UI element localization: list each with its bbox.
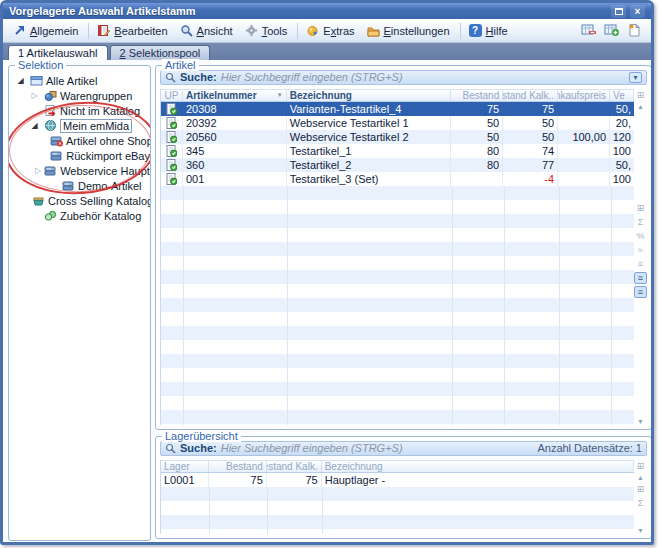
sum-icon[interactable]: Σ (634, 497, 647, 509)
table-row[interactable]: 001 Testartikel_3 (Set) -4 100 (161, 172, 634, 186)
filter-icon[interactable]: ≈ (634, 244, 647, 256)
lageruebersicht-panel-title: Lagerübersicht (162, 430, 241, 442)
cell-ve: 100 (610, 172, 634, 186)
column-header-bestand-kalk[interactable]: Bestand Kalk. (267, 461, 322, 472)
grid-columns-icon[interactable]: ⊞ (634, 483, 647, 495)
column-chooser-icon[interactable]: ⊞ (634, 460, 647, 472)
title-bar[interactable]: Vorgelagerte Auswahl Artikelstamm × (3, 3, 651, 19)
tree-item-rueckimport-ebay[interactable]: Rückimport eBay (9, 148, 150, 163)
search-placeholder[interactable]: Hier Suchbegriff eingeben (STRG+S) (221, 71, 403, 84)
scroll-down-icon[interactable]: ▼ (637, 527, 644, 534)
cell-bestand-kalk: 77 (503, 158, 558, 172)
search-placeholder[interactable]: Hier Suchbegriff eingeben (STRG+S) (221, 442, 403, 455)
menu-extras[interactable]: Extras (301, 22, 361, 39)
tree-item-alle-artikel[interactable]: ◢ Alle Artikel (9, 73, 150, 88)
cell-bezeichnung: Testartikel_2 (287, 158, 452, 172)
artikel-table-header: UP Artikelnummer▼ Bezeichnung Bestand Be… (161, 89, 634, 102)
column-header-artikelnummer[interactable]: Artikelnummer▼ (183, 90, 287, 101)
edit-notebook-icon (97, 24, 110, 37)
cell-bestand-kalk: -4 (503, 172, 558, 186)
globe-icon (43, 119, 57, 132)
menu-einstellungen[interactable]: Einstellungen (362, 22, 457, 39)
percent-icon[interactable]: % (634, 230, 647, 242)
column-header-ve[interactable]: Ve (610, 90, 634, 101)
column-header-bestand[interactable]: Bestand (451, 90, 503, 101)
expander-expanded-icon[interactable]: ◢ (15, 73, 26, 88)
table-remove-icon[interactable] (581, 23, 597, 38)
column-header-bestand[interactable]: Bestand (209, 461, 267, 472)
restore-button[interactable] (611, 5, 626, 18)
tree-item-mein-emmida[interactable]: ◢ Mein emMida (9, 118, 150, 133)
column-chooser-icon[interactable]: ⊞ (634, 89, 647, 101)
cell-einkaufspreis (558, 116, 610, 130)
table-row[interactable]: 345 Testartikel_1 80 74 100 (161, 144, 634, 158)
scroll-up-icon[interactable]: ▲ (637, 103, 644, 110)
cell-ve: 50, (610, 102, 634, 116)
scroll-up-icon[interactable]: ▲ (637, 474, 644, 481)
table-row[interactable]: L0001 75 75 Hauptlager - (161, 473, 634, 487)
menu-ansicht[interactable]: Ansicht (175, 22, 240, 39)
cell-bezeichnung: Varianten-Testartikel_4 (287, 102, 452, 116)
tree-item-warengruppen[interactable]: ▷ Warengruppen (9, 88, 150, 103)
menu-allgemein[interactable]: Allgemein (8, 22, 85, 39)
help-icon: ? (469, 24, 482, 37)
lager-search-bar[interactable]: Suche: Hier Suchbegriff eingeben (STRG+S… (160, 441, 647, 456)
list-view-button[interactable]: ≡ (634, 272, 647, 284)
search-options-button[interactable]: ▾ (629, 72, 642, 83)
menu-label: Hilfe (486, 25, 508, 37)
cell-bezeichnung: Testartikel_1 (287, 144, 452, 158)
page-export-icon (43, 104, 57, 117)
tree-item-label-editbox[interactable]: Mein emMida (60, 119, 132, 133)
menu-label: Einstellungen (384, 25, 450, 37)
boxes-icon (43, 89, 57, 102)
table-row[interactable]: 20560 Webservice Testartikel 2 50 50 100… (161, 130, 634, 144)
tree-item-zubehoer-katalog[interactable]: Zubehör Katalog (9, 208, 150, 223)
category-x-icon (50, 134, 63, 147)
tree-item-nicht-im-katalog[interactable]: Nicht im Katalog (9, 103, 150, 118)
menu-separator (297, 23, 298, 39)
column-header-lager[interactable]: Lager (161, 461, 209, 472)
tree-item-demo-artikel[interactable]: Demo-Artikel (9, 178, 150, 193)
menu-tools[interactable]: Tools (240, 22, 295, 39)
tree-item-cross-selling-katalog[interactable]: Cross Selling Katalog (9, 193, 150, 208)
search-label: Suche: (180, 442, 217, 455)
column-header-bezeichnung[interactable]: Bezeichnung (287, 90, 452, 101)
column-header-einkaufspreis[interactable]: Einkaufspreis (558, 90, 610, 101)
artikel-panel-title: Artikel (162, 59, 199, 71)
record-count: Anzahl Datensätze: 1 (537, 442, 642, 455)
expander-collapsed-icon[interactable]: ▷ (29, 88, 40, 103)
table-add-icon[interactable] (604, 23, 620, 38)
list-icon[interactable]: ≡ (634, 258, 647, 270)
page-check-icon (161, 144, 183, 158)
tab-selektionspool[interactable]: 2 Selektionspool (110, 45, 211, 60)
category-icon (44, 164, 57, 177)
cell-bezeichnung: Webservice Testartikel 1 (287, 116, 452, 130)
close-icon: × (635, 5, 641, 18)
grid-columns-icon[interactable]: ⊞ (634, 202, 647, 214)
category-icon (61, 179, 75, 192)
artikel-search-bar[interactable]: Suche: Hier Suchbegriff eingeben (STRG+S… (160, 70, 647, 85)
expander-collapsed-icon[interactable]: ▷ (35, 163, 41, 178)
detail-view-button[interactable]: ≡ (634, 286, 647, 298)
table-row[interactable]: 360 Testartikel_2 80 77 50, (161, 158, 634, 172)
new-document-icon[interactable] (627, 23, 641, 38)
toolbar-right (581, 23, 646, 38)
scroll-down-icon[interactable]: ▼ (637, 418, 644, 425)
menu-hilfe[interactable]: ? Hilfe (464, 22, 515, 39)
expander-expanded-icon[interactable]: ◢ (29, 118, 40, 133)
cell-einkaufspreis (558, 158, 610, 172)
tree-item-webservice-hauptkategorie[interactable]: ▷ Webservice Hauptkategorie (9, 163, 150, 178)
close-button[interactable]: × (630, 5, 645, 18)
table-row[interactable]: 20308 Varianten-Testartikel_4 75 75 50, (161, 102, 634, 116)
column-header-bestand-kalk[interactable]: Bestand Kalk.. (503, 90, 558, 101)
menu-bearbeiten[interactable]: Bearbeiten (92, 22, 174, 39)
tab-artikelauswahl[interactable]: 1 Artikelauswahl (8, 45, 108, 60)
tree-item-artikel-ohne-shop-kategorie[interactable]: Artikel ohne Shop-Kategorie (9, 133, 150, 148)
cell-bestand: 50 (451, 116, 503, 130)
table-row[interactable]: 20392 Webservice Testartikel 1 50 50 20, (161, 116, 634, 130)
tree-item-label: Cross Selling Katalog (48, 195, 150, 207)
column-header-up[interactable]: UP (161, 90, 183, 101)
artikel-table: UP Artikelnummer▼ Bezeichnung Bestand Be… (160, 89, 634, 425)
zoom-icon[interactable]: Σ (634, 216, 647, 228)
column-header-bezeichnung[interactable]: Bezeichnung (322, 461, 634, 472)
